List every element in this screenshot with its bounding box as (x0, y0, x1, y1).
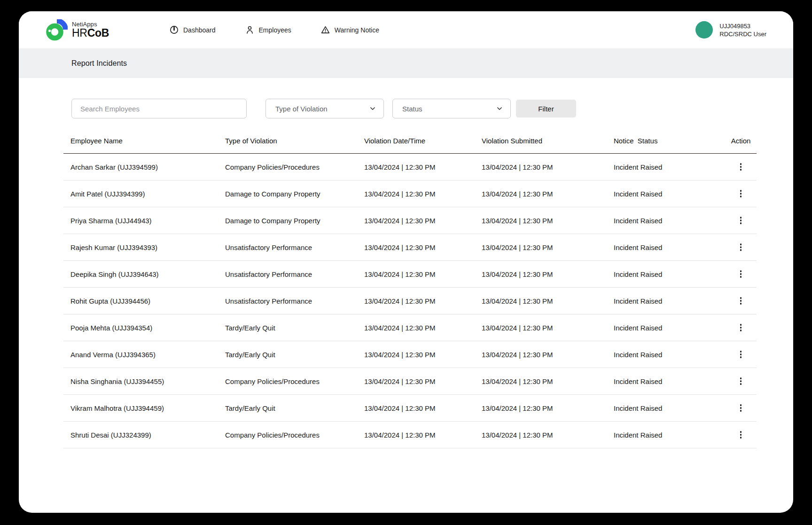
cell-action (725, 241, 757, 253)
page-title-bar: Report Incidents (19, 48, 793, 78)
table-header-row: Employee Name Type of Violation Violatio… (63, 128, 757, 154)
cell-notice-status: Incident Raised (614, 270, 725, 278)
table-row: Archan Sarkar (UJJ394599) Company Polici… (63, 154, 757, 180)
cell-action (725, 188, 757, 200)
cell-employee-name: Amit Patel (UJJ394399) (63, 190, 225, 198)
cell-violation-submitted: 13/04/2024 | 12:30 PM (482, 217, 614, 225)
cell-violation-datetime: 13/04/2024 | 12:30 PM (364, 404, 482, 412)
row-actions-kebab-icon[interactable] (736, 161, 746, 173)
table-row: Nisha Singhania (UJJ394455) Company Poli… (63, 368, 757, 395)
status-dropdown[interactable]: Status (392, 99, 511, 118)
cell-violation-datetime: 13/04/2024 | 12:30 PM (364, 190, 482, 198)
cell-action (725, 214, 757, 227)
user-id: UJJ049853 (719, 22, 766, 30)
cell-notice-status: Incident Raised (614, 351, 725, 359)
cell-type-of-violation: Unsatisfactory Performance (225, 243, 364, 251)
table-row: Vikram Malhotra (UJJ394459) Tardy/Early … (63, 395, 757, 422)
row-actions-kebab-icon[interactable] (736, 429, 746, 441)
top-bar: NetiApps HRCoB Dashboard Employees (19, 11, 793, 48)
chevron-down-icon (495, 104, 504, 113)
warning-triangle-icon (320, 25, 330, 35)
row-actions-kebab-icon[interactable] (736, 348, 746, 360)
cell-notice-status: Incident Raised (614, 217, 725, 225)
user-menu[interactable]: UJJ049853 RDC/SRDC User (695, 21, 766, 39)
person-icon (245, 25, 255, 35)
cell-violation-datetime: 13/04/2024 | 12:30 PM (364, 324, 482, 332)
row-actions-kebab-icon[interactable] (736, 214, 746, 227)
cell-violation-submitted: 13/04/2024 | 12:30 PM (482, 431, 614, 439)
cell-action (725, 321, 757, 334)
cell-violation-submitted: 13/04/2024 | 12:30 PM (482, 297, 614, 305)
avatar (695, 21, 713, 39)
cell-employee-name: Deepika Singh (UJJ394643) (63, 270, 225, 278)
cell-violation-submitted: 13/04/2024 | 12:30 PM (482, 377, 614, 385)
col-header-type-of-violation: Type of Violation (225, 137, 364, 145)
cell-violation-datetime: 13/04/2024 | 12:30 PM (364, 351, 482, 359)
cell-action (725, 375, 757, 387)
table-row: Rajesh Kumar (UJJ394393) Unsatisfactory … (63, 234, 757, 261)
cell-type-of-violation: Damage to Company Property (225, 190, 364, 198)
cell-violation-datetime: 13/04/2024 | 12:30 PM (364, 377, 482, 385)
cell-notice-status: Incident Raised (614, 324, 725, 332)
incidents-table: Employee Name Type of Violation Violatio… (63, 128, 757, 448)
cell-employee-name: Nisha Singhania (UJJ394455) (63, 377, 225, 385)
netiapps-logo-icon (46, 19, 68, 41)
cell-type-of-violation: Tardy/Early Quit (225, 404, 364, 412)
cell-violation-submitted: 13/04/2024 | 12:30 PM (482, 190, 614, 198)
row-actions-kebab-icon[interactable] (736, 268, 746, 280)
filter-row: Type of Violation Status Filter (71, 99, 757, 118)
row-actions-kebab-icon[interactable] (736, 375, 746, 387)
cell-employee-name: Vikram Malhotra (UJJ394459) (63, 404, 225, 412)
cell-violation-submitted: 13/04/2024 | 12:30 PM (482, 404, 614, 412)
cell-notice-status: Incident Raised (614, 377, 725, 385)
cell-violation-submitted: 13/04/2024 | 12:30 PM (482, 270, 614, 278)
cell-notice-status: Incident Raised (614, 243, 725, 251)
cell-violation-submitted: 13/04/2024 | 12:30 PM (482, 243, 614, 251)
user-meta: UJJ049853 RDC/SRDC User (719, 22, 766, 38)
cell-action (725, 348, 757, 360)
cell-action (725, 295, 757, 307)
content: Type of Violation Status Filter Employee… (19, 99, 793, 448)
cell-violation-submitted: 13/04/2024 | 12:30 PM (482, 324, 614, 332)
nav-item-employees[interactable]: Employees (245, 25, 291, 35)
row-actions-kebab-icon[interactable] (736, 295, 746, 307)
col-header-notice-status: Notice Status (614, 137, 725, 145)
cell-type-of-violation: Company Policies/Procedures (225, 431, 364, 439)
row-actions-kebab-icon[interactable] (736, 241, 746, 253)
row-actions-kebab-icon[interactable] (736, 188, 746, 200)
brand-logo[interactable]: NetiApps HRCoB (46, 19, 109, 41)
table-row: Anand Verma (UJJ394365) Tardy/Early Quit… (63, 341, 757, 368)
cell-violation-datetime: 13/04/2024 | 12:30 PM (364, 217, 482, 225)
cell-violation-submitted: 13/04/2024 | 12:30 PM (482, 351, 614, 359)
cell-notice-status: Incident Raised (614, 190, 725, 198)
cell-type-of-violation: Tardy/Early Quit (225, 351, 364, 359)
user-role: RDC/SRDC User (719, 30, 766, 38)
cell-employee-name: Archan Sarkar (UJJ394599) (63, 163, 225, 171)
nav-item-dashboard[interactable]: Dashboard (169, 25, 216, 35)
row-actions-kebab-icon[interactable] (736, 402, 746, 414)
nav-item-warning-notice[interactable]: Warning Notice (320, 25, 379, 35)
cell-action (725, 429, 757, 441)
cell-violation-datetime: 13/04/2024 | 12:30 PM (364, 243, 482, 251)
cell-violation-datetime: 13/04/2024 | 12:30 PM (364, 163, 482, 171)
cell-employee-name: Rajesh Kumar (UJJ394393) (63, 243, 225, 251)
filter-button[interactable]: Filter (516, 100, 576, 118)
col-header-violation-submitted: Violation Submitted (482, 137, 614, 145)
search-input[interactable] (71, 99, 247, 118)
table-row: Rohit Gupta (UJJ394456) Unsatisfactory P… (63, 288, 757, 314)
gauge-icon (169, 25, 179, 35)
cell-type-of-violation: Damage to Company Property (225, 217, 364, 225)
app-window: NetiApps HRCoB Dashboard Employees (19, 11, 793, 513)
cell-notice-status: Incident Raised (614, 431, 725, 439)
cell-action (725, 268, 757, 280)
col-header-employee-name: Employee Name (63, 137, 225, 145)
cell-violation-datetime: 13/04/2024 | 12:30 PM (364, 297, 482, 305)
cell-notice-status: Incident Raised (614, 297, 725, 305)
brand-company: NetiApps (72, 21, 109, 28)
violation-type-dropdown[interactable]: Type of Violation (265, 99, 384, 118)
col-header-action: Action (725, 137, 757, 145)
table-row: Shruti Desai (UJJ324399) Company Policie… (63, 422, 757, 448)
cell-employee-name: Shruti Desai (UJJ324399) (63, 431, 225, 439)
row-actions-kebab-icon[interactable] (736, 321, 746, 334)
cell-notice-status: Incident Raised (614, 404, 725, 412)
